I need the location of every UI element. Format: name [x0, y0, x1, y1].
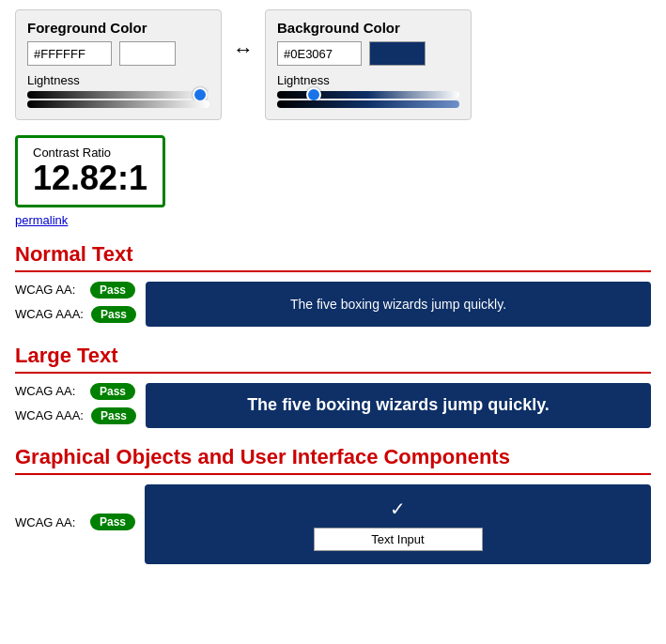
background-color-row	[277, 41, 459, 66]
large-text-demo: The five boxing wizards jump quickly.	[146, 383, 651, 428]
large-text-wcag-labels: WCAG AA: Pass WCAG AAA: Pass	[15, 383, 136, 428]
background-lightness-slider[interactable]	[277, 91, 459, 99]
large-wcag-aaa-badge: Pass	[91, 407, 136, 424]
normal-wcag-aa-row: WCAG AA: Pass	[15, 282, 136, 299]
foreground-sliders: Lightness	[27, 73, 209, 108]
normal-wcag-aaa-row: WCAG AAA: Pass	[15, 306, 136, 323]
contrast-label: Contrast Ratio	[33, 146, 147, 160]
normal-text-title: Normal Text	[15, 242, 651, 272]
graphical-wcag-aa-badge: Pass	[90, 514, 135, 530]
graphical-wcag-aa-row: WCAG AA: Pass	[15, 514, 135, 530]
background-sliders: Lightness	[277, 73, 459, 108]
background-secondary-slider[interactable]	[277, 100, 459, 108]
graphical-title: Graphical Objects and User Interface Com…	[15, 445, 651, 475]
normal-text-wcag-labels: WCAG AA: Pass WCAG AAA: Pass	[15, 282, 136, 327]
background-hex-input[interactable]	[277, 41, 362, 66]
normal-text-demo-text: The five boxing wizards jump quickly.	[290, 297, 506, 312]
swap-button[interactable]: ↔	[222, 38, 265, 62]
foreground-color-row	[27, 41, 209, 66]
large-wcag-aa-row: WCAG AA: Pass	[15, 383, 136, 400]
foreground-title: Foreground Color	[27, 20, 209, 36]
permalink-link[interactable]: permalink	[15, 213, 651, 227]
normal-text-content: WCAG AA: Pass WCAG AAA: Pass The five bo…	[15, 282, 651, 327]
foreground-panel: Foreground Color Lightness	[15, 9, 222, 120]
background-title: Background Color	[277, 20, 459, 36]
large-text-content: WCAG AA: Pass WCAG AAA: Pass The five bo…	[15, 383, 651, 428]
large-wcag-aaa-row: WCAG AAA: Pass	[15, 407, 136, 424]
normal-text-demo: The five boxing wizards jump quickly.	[146, 282, 651, 327]
graphical-wcag-labels: WCAG AA: Pass	[15, 484, 135, 564]
text-input-demo[interactable]	[314, 528, 483, 551]
large-text-title: Large Text	[15, 344, 651, 374]
large-text-demo-text: The five boxing wizards jump quickly.	[247, 395, 550, 415]
checkmark-icon: ✓	[390, 498, 406, 520]
normal-wcag-aa-badge: Pass	[90, 282, 135, 299]
graphical-wcag-aa-label: WCAG AA:	[15, 515, 83, 529]
normal-wcag-aa-label: WCAG AA:	[15, 283, 83, 297]
normal-wcag-aaa-label: WCAG AAA:	[15, 307, 84, 321]
foreground-lightness-label: Lightness	[27, 73, 209, 87]
large-wcag-aa-label: WCAG AA:	[15, 384, 83, 398]
graphical-section: Graphical Objects and User Interface Com…	[15, 445, 651, 564]
normal-text-section: Normal Text WCAG AA: Pass WCAG AAA: Pass…	[15, 242, 651, 327]
foreground-hex-input[interactable]	[27, 41, 112, 66]
contrast-value: 12.82:1	[33, 160, 147, 197]
foreground-secondary-slider[interactable]	[27, 100, 209, 108]
graphical-content: WCAG AA: Pass ✓	[15, 484, 651, 564]
background-swatch	[369, 41, 426, 66]
large-text-section: Large Text WCAG AA: Pass WCAG AAA: Pass …	[15, 344, 651, 428]
background-panel: Background Color Lightness	[265, 9, 472, 120]
normal-wcag-aaa-badge: Pass	[91, 306, 136, 323]
large-wcag-aa-badge: Pass	[90, 383, 135, 400]
graphical-demo: ✓	[145, 484, 651, 564]
background-lightness-label: Lightness	[277, 73, 459, 87]
contrast-ratio-box: Contrast Ratio 12.82:1	[15, 135, 165, 207]
foreground-swatch	[119, 41, 176, 66]
foreground-lightness-slider[interactable]	[27, 91, 209, 99]
color-pickers-section: Foreground Color Lightness ↔ Background …	[15, 9, 651, 120]
large-wcag-aaa-label: WCAG AAA:	[15, 408, 84, 422]
